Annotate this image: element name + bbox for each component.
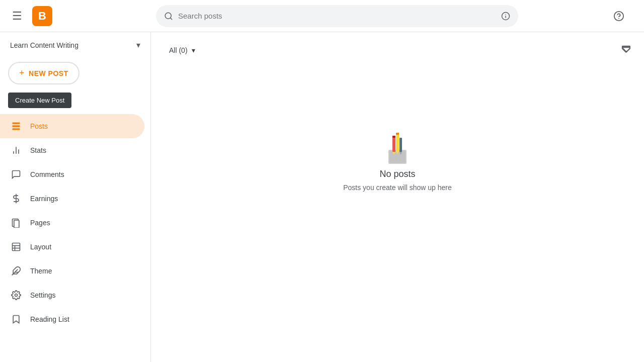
blog-selector[interactable]: Learn Content Writing ▾: [0, 32, 150, 58]
reading-list-icon: [10, 314, 22, 324]
sidebar-item-reading-list[interactable]: Reading List: [0, 307, 144, 331]
empty-state: No posts Posts you create will show up h…: [163, 68, 632, 222]
layout-label: Layout: [30, 243, 51, 251]
svg-rect-25: [392, 137, 395, 152]
plus-icon: +: [19, 68, 25, 78]
svg-rect-30: [396, 133, 399, 135]
hamburger-menu-icon[interactable]: ☰: [8, 6, 26, 27]
sidebar-item-settings[interactable]: Settings: [0, 283, 144, 307]
search-input[interactable]: [178, 12, 496, 20]
posts-icon: [10, 121, 22, 131]
help-icon[interactable]: [610, 7, 628, 25]
stats-icon: [10, 145, 22, 155]
topbar-right: [535, 7, 636, 25]
svg-point-22: [15, 294, 18, 297]
earnings-icon: [10, 194, 22, 204]
settings-icon: [10, 290, 22, 300]
svg-rect-9: [13, 128, 20, 130]
svg-rect-15: [14, 220, 19, 228]
no-posts-title: No posts: [379, 169, 415, 179]
sidebar-item-earnings[interactable]: Earnings: [0, 187, 144, 211]
svg-rect-27: [392, 136, 395, 138]
svg-rect-8: [13, 125, 20, 127]
filter-bar: All (0) ▾: [163, 42, 632, 58]
filter-dropdown[interactable]: All (0) ▾: [163, 42, 201, 58]
label-filter-icon[interactable]: [621, 44, 632, 57]
svg-rect-28: [396, 134, 399, 151]
svg-rect-7: [13, 123, 20, 124]
sidebar-item-stats[interactable]: Stats: [0, 138, 144, 162]
svg-rect-16: [13, 243, 20, 251]
search-bar: [156, 5, 518, 27]
sidebar-item-layout[interactable]: Layout: [0, 235, 144, 259]
new-post-label: NEW POST: [29, 69, 68, 77]
sidebar-item-theme[interactable]: Theme: [0, 259, 144, 283]
search-info-icon[interactable]: [501, 12, 510, 21]
create-new-post-tooltip: Create New Post: [8, 93, 71, 108]
stats-label: Stats: [30, 146, 46, 154]
posts-label: Posts: [30, 122, 48, 130]
topbar: ☰ B: [0, 0, 644, 32]
topbar-left: ☰ B: [8, 6, 139, 27]
new-post-button[interactable]: + NEW POST: [8, 62, 79, 84]
comments-label: Comments: [30, 170, 64, 178]
earnings-label: Earnings: [30, 195, 58, 203]
main-content: All (0) ▾ No posts Posts yo: [151, 32, 644, 362]
blog-name: Learn Content Writing: [10, 41, 78, 49]
layout-icon: [10, 242, 22, 252]
filter-label: All (0): [169, 46, 188, 54]
svg-rect-31: [399, 138, 402, 152]
reading-list-label: Reading List: [30, 315, 69, 323]
theme-label: Theme: [30, 267, 52, 275]
no-posts-subtitle: Posts you create will show up here: [343, 184, 452, 192]
pages-icon: [10, 218, 22, 228]
pages-label: Pages: [30, 219, 50, 227]
settings-label: Settings: [30, 291, 56, 299]
search-icon: [164, 12, 173, 21]
sidebar: Learn Content Writing ▾ + NEW POST Creat…: [0, 32, 151, 362]
comments-icon: [10, 169, 22, 179]
sidebar-item-pages[interactable]: Pages: [0, 211, 144, 235]
sidebar-item-comments[interactable]: Comments: [0, 162, 144, 187]
theme-icon: [10, 266, 22, 276]
svg-line-1: [170, 18, 172, 19]
filter-arrow-icon: ▾: [192, 46, 195, 54]
blogger-logo[interactable]: B: [32, 6, 52, 26]
pencil-cup-illustration: [377, 129, 418, 169]
blog-dropdown-arrow-icon: ▾: [136, 40, 140, 50]
sidebar-item-posts[interactable]: Posts: [0, 114, 144, 138]
